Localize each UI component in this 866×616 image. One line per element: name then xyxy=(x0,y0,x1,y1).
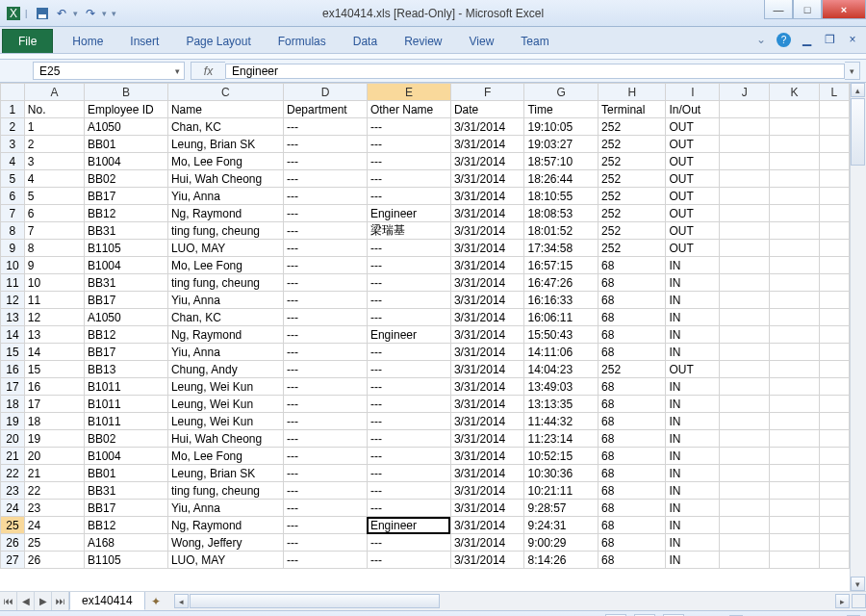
cell[interactable]: 3/31/2014 xyxy=(450,292,524,309)
cell[interactable]: 16:16:33 xyxy=(524,292,599,309)
row-header[interactable]: 5 xyxy=(1,170,25,188)
cell[interactable]: B1011 xyxy=(84,413,167,430)
cell[interactable]: 17 xyxy=(24,396,84,413)
cell[interactable]: 2 xyxy=(24,136,84,153)
cell[interactable]: OUT xyxy=(666,170,720,188)
hscroll-split[interactable] xyxy=(852,594,866,608)
cell[interactable] xyxy=(770,153,820,170)
cell[interactable]: 24 xyxy=(24,517,84,534)
cell[interactable]: --- xyxy=(367,448,450,465)
cell[interactable]: --- xyxy=(367,361,450,378)
cell[interactable] xyxy=(770,257,820,274)
cell[interactable]: OUT xyxy=(666,205,720,222)
tab-view[interactable]: View xyxy=(456,29,508,53)
qat-customize-icon[interactable]: ▾ xyxy=(112,6,117,21)
cell[interactable] xyxy=(819,118,849,136)
cell[interactable]: LUO, MAY xyxy=(167,552,283,569)
cell[interactable]: --- xyxy=(283,326,367,344)
row-header[interactable]: 19 xyxy=(1,413,25,430)
cell[interactable]: 18:57:10 xyxy=(524,153,599,170)
tab-team[interactable]: Team xyxy=(507,29,562,53)
column-header[interactable]: F xyxy=(450,84,524,101)
cell[interactable]: Ng, Raymond xyxy=(167,205,283,222)
cell[interactable]: 252 xyxy=(599,361,666,378)
cell[interactable]: --- xyxy=(367,482,450,500)
cell[interactable]: 梁瑞基 xyxy=(367,222,450,240)
cell[interactable]: 15 xyxy=(24,361,84,378)
cell[interactable]: B1004 xyxy=(84,448,167,465)
cell[interactable]: 1 xyxy=(24,118,84,136)
cell[interactable]: 68 xyxy=(599,430,666,448)
row-header[interactable]: 6 xyxy=(1,188,25,205)
cell[interactable] xyxy=(819,552,849,569)
cell[interactable]: --- xyxy=(283,552,367,569)
cell[interactable] xyxy=(819,344,849,361)
cell[interactable]: Yiu, Anna xyxy=(167,188,283,205)
cell[interactable]: 11:44:32 xyxy=(524,413,599,430)
row-header[interactable]: 21 xyxy=(1,448,25,465)
cell[interactable] xyxy=(770,500,820,517)
cell[interactable]: 68 xyxy=(599,552,666,569)
tab-formulas[interactable]: Formulas xyxy=(265,29,340,53)
cell[interactable]: 68 xyxy=(599,378,666,396)
cell[interactable]: 3 xyxy=(24,153,84,170)
column-header[interactable]: B xyxy=(84,84,167,101)
column-header[interactable]: C xyxy=(167,84,283,101)
cell[interactable] xyxy=(720,552,770,569)
cell[interactable] xyxy=(770,465,820,482)
cell[interactable]: OUT xyxy=(666,188,720,205)
column-header[interactable]: L xyxy=(819,84,849,101)
cell[interactable]: IN xyxy=(666,326,720,344)
name-box-value[interactable]: E25 xyxy=(34,64,170,78)
row-header[interactable]: 24 xyxy=(1,500,25,517)
cell[interactable]: 68 xyxy=(599,344,666,361)
cell[interactable] xyxy=(720,240,770,257)
cell[interactable]: 252 xyxy=(599,153,666,170)
cell[interactable]: 16:47:26 xyxy=(524,274,599,292)
cell[interactable]: Chan, KC xyxy=(167,309,283,326)
cell[interactable]: --- xyxy=(367,413,450,430)
row-header[interactable]: 2 xyxy=(1,118,25,136)
cell[interactable] xyxy=(720,153,770,170)
cell[interactable] xyxy=(770,170,820,188)
cell[interactable] xyxy=(819,482,849,500)
cell[interactable]: --- xyxy=(283,482,367,500)
cell[interactable]: 3/31/2014 xyxy=(450,136,524,153)
tab-review[interactable]: Review xyxy=(391,29,455,53)
cell[interactable]: BB12 xyxy=(84,517,167,534)
cell[interactable] xyxy=(819,136,849,153)
cell[interactable]: 68 xyxy=(599,257,666,274)
maximize-button[interactable]: □ xyxy=(793,0,822,19)
cell[interactable]: 68 xyxy=(599,500,666,517)
sheet-nav-next-icon[interactable]: ▶ xyxy=(35,592,52,610)
cell[interactable]: 6 xyxy=(24,205,84,222)
scroll-right-icon[interactable]: ▸ xyxy=(835,594,850,608)
cell[interactable]: B1011 xyxy=(84,396,167,413)
cell[interactable] xyxy=(819,413,849,430)
cell[interactable] xyxy=(770,517,820,534)
cell[interactable] xyxy=(720,378,770,396)
cell[interactable]: --- xyxy=(283,274,367,292)
cell[interactable]: Engineer xyxy=(367,517,450,534)
cell[interactable]: IN xyxy=(666,482,720,500)
cell[interactable]: 16 xyxy=(24,378,84,396)
cell[interactable]: --- xyxy=(367,552,450,569)
cell[interactable] xyxy=(819,378,849,396)
cell[interactable]: 3/31/2014 xyxy=(450,170,524,188)
cell[interactable]: IN xyxy=(666,534,720,552)
row-header[interactable]: 11 xyxy=(1,274,25,292)
cell[interactable]: BB12 xyxy=(84,326,167,344)
cell[interactable]: Mo, Lee Fong xyxy=(167,153,283,170)
cell[interactable]: --- xyxy=(367,274,450,292)
cell[interactable]: --- xyxy=(283,361,367,378)
cell[interactable] xyxy=(819,170,849,188)
chevron-down-icon[interactable]: ▾ xyxy=(73,6,79,21)
cell[interactable]: --- xyxy=(367,292,450,309)
cell[interactable] xyxy=(720,500,770,517)
cell[interactable]: Hui, Wah Cheong xyxy=(167,170,283,188)
cell[interactable]: 10:21:11 xyxy=(524,482,599,500)
cell[interactable]: --- xyxy=(367,430,450,448)
cell[interactable]: --- xyxy=(367,188,450,205)
cell[interactable]: BB02 xyxy=(84,170,167,188)
cell[interactable]: 252 xyxy=(599,136,666,153)
